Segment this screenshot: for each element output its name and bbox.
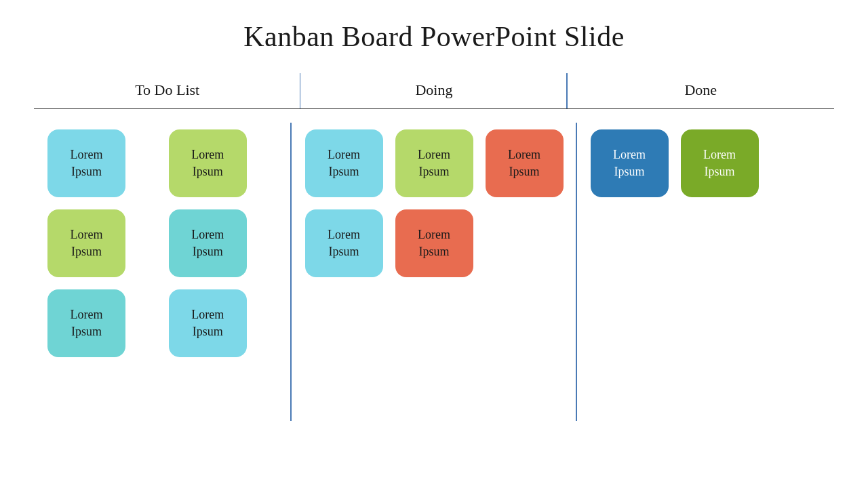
done-card-1[interactable]: LoremIpsum xyxy=(591,129,669,197)
doing-card-4[interactable]: LoremIpsum xyxy=(305,209,383,277)
done-row-1: LoremIpsum LoremIpsum xyxy=(591,129,821,197)
todo-card-5[interactable]: LoremIpsum xyxy=(47,289,125,357)
todo-card-3[interactable]: LoremIpsum xyxy=(47,209,125,277)
todo-card-4[interactable]: LoremIpsum xyxy=(169,209,247,277)
todo-card-6[interactable]: LoremIpsum xyxy=(169,289,247,357)
todo-card-2[interactable]: LoremIpsum xyxy=(169,129,247,197)
doing-row-2: LoremIpsum LoremIpsum xyxy=(305,209,564,277)
todo-column: LoremIpsum LoremIpsum LoremIpsum LoremIp… xyxy=(34,123,292,421)
doing-card-5[interactable]: LoremIpsum xyxy=(395,209,473,277)
todo-cards-grid: LoremIpsum LoremIpsum LoremIpsum LoremIp… xyxy=(47,129,278,357)
doing-card-1[interactable]: LoremIpsum xyxy=(305,129,383,197)
done-column: LoremIpsum LoremIpsum xyxy=(577,123,835,421)
page-title: Kanban Board PowerPoint Slide xyxy=(243,20,625,53)
column-header-done: Done xyxy=(568,73,834,108)
doing-card-3[interactable]: LoremIpsum xyxy=(486,129,564,197)
kanban-body: LoremIpsum LoremIpsum LoremIpsum LoremIp… xyxy=(34,109,834,421)
doing-row-1: LoremIpsum LoremIpsum LoremIpsum xyxy=(305,129,564,197)
kanban-board: To Do List Doing Done LoremIpsum LoremIp… xyxy=(34,73,834,421)
column-header-todo: To Do List xyxy=(34,73,300,108)
done-card-2[interactable]: LoremIpsum xyxy=(681,129,759,197)
todo-card-1[interactable]: LoremIpsum xyxy=(47,129,125,197)
kanban-header: To Do List Doing Done xyxy=(34,73,834,109)
doing-column: LoremIpsum LoremIpsum LoremIpsum LoremIp… xyxy=(292,123,577,421)
column-header-doing: Doing xyxy=(300,73,567,108)
doing-card-2[interactable]: LoremIpsum xyxy=(395,129,473,197)
